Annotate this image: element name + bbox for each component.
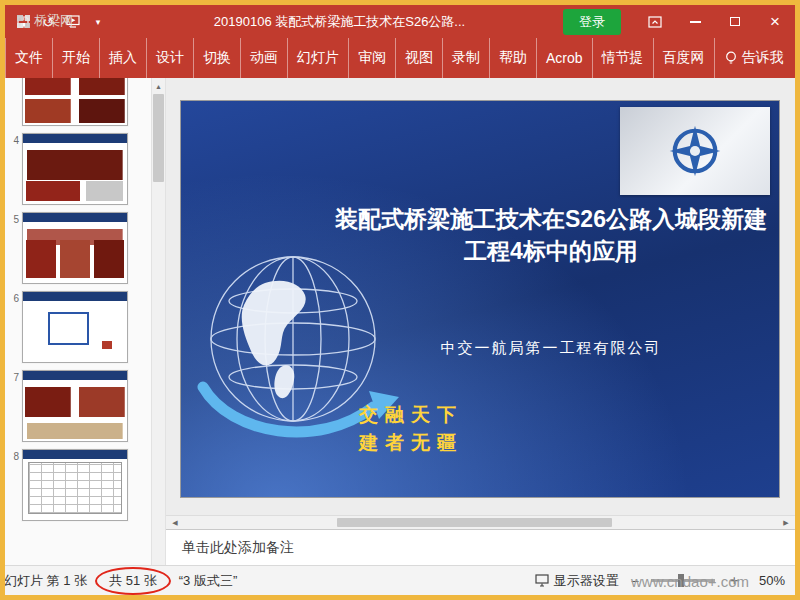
horizontal-scrollbar-thumb[interactable] <box>337 518 612 527</box>
ribbon-tab-acrobat[interactable]: Acrob <box>537 38 593 78</box>
zoom-in-button[interactable]: ＋ <box>725 572 743 590</box>
maximize-button[interactable] <box>715 5 755 38</box>
ribbon-tab-file[interactable]: 文件 <box>5 38 53 78</box>
slogan-textbox[interactable]: 交融天下 建者无疆 <box>359 401 463 456</box>
slide-number: 6 <box>7 291 22 304</box>
slide-thumbnail[interactable] <box>22 78 128 126</box>
slide-title-textbox[interactable]: 装配式桥梁施工技术在S26公路入城段新建工程4标中的应用 <box>331 203 771 267</box>
display-settings-button[interactable]: 显示器设置 <box>535 572 619 590</box>
slogan-line2: 建者无疆 <box>359 429 463 457</box>
notes-placeholder: 单击此处添加备注 <box>182 539 294 557</box>
tell-me-button[interactable]: 告诉我 <box>715 38 794 78</box>
scrollbar-thumb[interactable] <box>153 94 164 182</box>
horizontal-scrollbar-track[interactable] <box>182 516 779 529</box>
thumbnail-row: 5 <box>7 212 147 284</box>
minimize-button[interactable] <box>675 5 715 38</box>
lightbulb-icon <box>725 51 737 66</box>
window-controls: × <box>635 5 795 38</box>
thumbnail-row: 8 <box>7 449 147 521</box>
ribbon-tab-list: 文件开始插入设计切换动画幻灯片审阅视图录制帮助Acrob情节提百度网 <box>5 38 715 78</box>
slide-number: 4 <box>7 133 22 146</box>
slide-thumbnail[interactable] <box>22 133 128 205</box>
quick-access-toolbar: ↺ ▾ <box>5 14 116 30</box>
compass-logo-icon <box>668 124 722 178</box>
zoom-level[interactable]: 50% <box>753 573 785 588</box>
ribbon-tab-bar: 文件开始插入设计切换动画幻灯片审阅视图录制帮助Acrob情节提百度网 告诉我 共… <box>5 38 795 78</box>
company-logo-box[interactable] <box>620 107 770 195</box>
slide-thumbnail[interactable] <box>22 212 128 284</box>
thumbnail-row: 6 <box>7 291 147 363</box>
ribbon-tab-record[interactable]: 录制 <box>443 38 490 78</box>
layout-name-indicator: “3 版式三” <box>179 572 238 590</box>
ribbon-options-icon[interactable] <box>635 5 675 38</box>
close-button[interactable]: × <box>755 5 795 38</box>
ribbon-tab-insert[interactable]: 插入 <box>100 38 147 78</box>
slide-number: 7 <box>7 370 22 383</box>
title-bar: ↺ ▾ 20190106 装配式桥梁施工技术在S26公路... 登录 × 桥梁网 <box>5 5 795 38</box>
slide-number: 8 <box>7 449 22 462</box>
ribbon-tab-home[interactable]: 开始 <box>53 38 100 78</box>
monitor-icon <box>535 574 549 587</box>
thumbnail-row: 3 <box>7 78 147 126</box>
ribbon-tab-transitions[interactable]: 切换 <box>194 38 241 78</box>
ribbon-tab-baidu-pan[interactable]: 百度网 <box>654 38 715 78</box>
ribbon-tab-review[interactable]: 审阅 <box>349 38 396 78</box>
thumbnail-list: 345678 <box>5 78 151 521</box>
ribbon-tab-animations[interactable]: 动画 <box>241 38 288 78</box>
thumbnail-row: 4 <box>7 133 147 205</box>
zoom-slider[interactable] <box>651 579 715 582</box>
status-bar: 幻灯片 第 1 张 共 51 张 “3 版式三” 显示器设置 − ＋ 50% <box>5 565 795 595</box>
start-slideshow-icon[interactable] <box>65 14 81 30</box>
slide-thumbnail[interactable] <box>22 370 128 442</box>
scroll-right-arrow-icon[interactable]: ▶ <box>779 519 793 527</box>
main-editing-area: 装配式桥梁施工技术在S26公路入城段新建工程4标中的应用 中交一航局第一工程有限… <box>166 78 795 565</box>
slide-thumbnail[interactable] <box>22 291 128 363</box>
zoom-slider-thumb[interactable] <box>678 574 684 587</box>
slide-position-indicator: 幻灯片 第 1 张 <box>5 572 87 590</box>
slide-thumbnail[interactable] <box>22 449 128 521</box>
ribbon-tab-view[interactable]: 视图 <box>396 38 443 78</box>
notes-pane[interactable]: 单击此处添加备注 <box>166 529 795 565</box>
slide-canvas[interactable]: 装配式桥梁施工技术在S26公路入城段新建工程4标中的应用 中交一航局第一工程有限… <box>180 100 780 498</box>
thumbnail-row: 7 <box>7 370 147 442</box>
scroll-left-arrow-icon[interactable]: ◀ <box>168 519 182 527</box>
customize-quick-access-icon[interactable]: ▾ <box>90 14 106 30</box>
ribbon-tab-design[interactable]: 设计 <box>147 38 194 78</box>
share-button[interactable]: 共享 <box>794 38 795 78</box>
window-title: 20190106 装配式桥梁施工技术在S26公路... <box>116 13 563 31</box>
slide-number: 5 <box>7 212 22 225</box>
content-area: 345678 ▲ 装配式桥梁施工技术在S26公路入城段新建工程4标中的应 <box>5 78 795 565</box>
ribbon-tab-help[interactable]: 帮助 <box>490 38 537 78</box>
slide-canvas-area: 装配式桥梁施工技术在S26公路入城段新建工程4标中的应用 中交一航局第一工程有限… <box>166 78 795 515</box>
undo-icon[interactable]: ↺ <box>40 14 56 30</box>
ribbon-tab-storyboard[interactable]: 情节提 <box>593 38 654 78</box>
zoom-out-button[interactable]: − <box>629 573 641 589</box>
ribbon-tab-slideshow[interactable]: 幻灯片 <box>288 38 349 78</box>
save-icon[interactable] <box>15 14 31 30</box>
slogan-line1: 交融天下 <box>359 401 463 429</box>
slide-total-indicator: 共 51 张 <box>103 570 163 592</box>
slide-thumbnail-pane: 345678 <box>5 78 151 565</box>
status-bar-right: 显示器设置 − ＋ 50% <box>535 572 785 590</box>
login-button[interactable]: 登录 <box>563 9 621 35</box>
scroll-up-arrow-icon[interactable]: ▲ <box>151 78 166 94</box>
powerpoint-window: ↺ ▾ 20190106 装配式桥梁施工技术在S26公路... 登录 × 桥梁网… <box>0 0 800 600</box>
horizontal-scrollbar[interactable]: ◀ ▶ <box>166 515 795 529</box>
slide-company-textbox[interactable]: 中交一航局第一工程有限公司 <box>361 339 741 358</box>
thumbnail-pane-scrollbar[interactable]: ▲ <box>151 78 166 565</box>
